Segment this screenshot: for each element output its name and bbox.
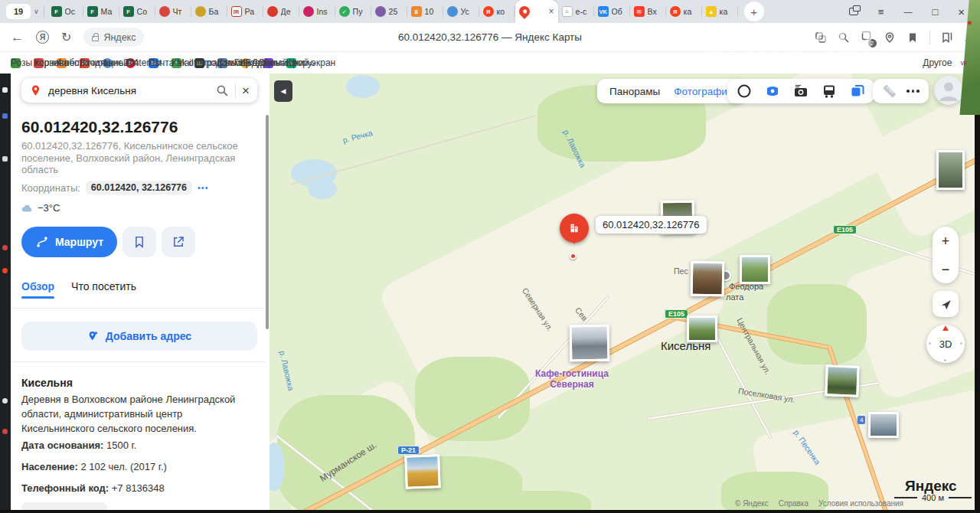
browser-tab[interactable]: Чт × — [155, 0, 191, 23]
transport-bus-icon[interactable] — [822, 83, 837, 99]
photo-thumbnail[interactable] — [691, 261, 725, 297]
zoom-in-button[interactable]: + — [942, 234, 950, 248]
photo-thumbnail[interactable] — [687, 315, 717, 342]
reload-button[interactable]: ↻ — [61, 30, 71, 44]
tab-overview[interactable]: Обзор — [21, 280, 54, 299]
browser-tab[interactable]: F Ма × — [83, 0, 119, 23]
bookmark-item[interactable]: ✉ Входящие274 — [80, 58, 90, 68]
attribution-link[interactable]: Справка — [779, 499, 808, 508]
collapse-sidebar-button[interactable]: ◀ — [274, 80, 292, 102]
browser-tab[interactable]: ≡ е-с × — [558, 0, 594, 23]
browser-tab[interactable]: 25 × — [371, 0, 407, 23]
browser-tab[interactable]: Ус × — [443, 0, 479, 23]
bookmark-flag-icon[interactable] — [906, 31, 919, 44]
locate-me-button[interactable] — [933, 291, 959, 317]
browser-tab[interactable]: × — [515, 0, 558, 23]
bookmark-item[interactable]: P Pinterest — [126, 58, 136, 68]
find-on-page-icon[interactable] — [838, 31, 850, 44]
dock-icon[interactable] — [2, 268, 8, 273]
scrollbar-thumb[interactable] — [266, 115, 269, 329]
bookmark-item[interactable]: Домашний экран — [263, 58, 273, 68]
photo-thumbnail[interactable] — [825, 364, 859, 397]
attribution-link[interactable]: © Яндекс — [735, 499, 769, 508]
browser-tab[interactable]: Ба × — [191, 0, 227, 23]
collections-icon[interactable] — [941, 31, 953, 44]
browser-menu-icon[interactable]: ≡ — [878, 6, 884, 18]
browser-tab[interactable]: Я ко × — [479, 0, 515, 23]
map-canvas[interactable]: р. Речкар. Лавожкар. Лавожкар. ПесенкаСе… — [270, 74, 980, 513]
browser-tab[interactable]: VK Об × — [594, 0, 630, 23]
coordinates-more-button[interactable]: ••• — [198, 183, 209, 192]
browser-tab[interactable]: F Со × — [119, 0, 155, 23]
photo-thumbnail[interactable] — [868, 412, 899, 438]
bookmark-item[interactable]: 8 4 непрочитанных — [57, 58, 67, 68]
browser-tab[interactable]: F Ос × — [47, 0, 83, 23]
add-address-button[interactable]: Добавить адрес — [21, 322, 257, 351]
panoramas-mode-button[interactable]: Панорамы — [609, 86, 660, 97]
photo-thumbnail[interactable] — [740, 255, 770, 284]
bookmark-item[interactable]: ✿ Цветочный фору — [240, 58, 250, 68]
share-button[interactable] — [162, 227, 195, 257]
map-pin-balloon[interactable] — [560, 214, 589, 243]
user-avatar[interactable] — [934, 76, 963, 105]
browser-tab[interactable]: ✉ Вх × — [630, 0, 666, 23]
photos-camera-icon[interactable] — [793, 83, 808, 99]
bookmark-item[interactable]: Корзина — [34, 58, 44, 68]
window-close-button[interactable]: × — [958, 5, 965, 18]
browser-tab[interactable]: Ins × — [299, 0, 335, 23]
browser-tab[interactable]: ✓ Пу × — [335, 0, 371, 23]
dock-icon[interactable] — [2, 156, 8, 162]
photo-thumbnail[interactable] — [570, 325, 610, 362]
bookmark-item[interactable]: ⌂ Как отгородиться — [172, 58, 181, 68]
browser-tab[interactable]: ▲ ка × — [702, 0, 738, 23]
search-icon[interactable] — [216, 84, 229, 97]
tab-what-to-visit[interactable]: Что посетить — [71, 280, 136, 299]
photo-thumbnail[interactable] — [404, 454, 441, 489]
photo-thumbnail[interactable] — [936, 150, 965, 190]
dock-icon[interactable] — [2, 398, 8, 404]
map-type-circle-icon[interactable] — [737, 83, 752, 99]
yandex-home-icon[interactable]: Я — [36, 31, 49, 44]
extensions-icon[interactable]: 2 — [861, 30, 873, 45]
browser-tab[interactable]: 8 10 × — [407, 0, 443, 23]
search-input[interactable] — [48, 85, 210, 96]
bookmarks-other-button[interactable]: Другое ∨ — [923, 57, 969, 68]
dock-icon[interactable] — [2, 87, 8, 93]
bookmark-item[interactable]: Розы корнесобст — [11, 58, 21, 68]
bookmark-item[interactable]: Ш Штрафы ГИБДД — [194, 58, 204, 68]
photos-mode-button[interactable]: Фотографии — [674, 86, 733, 97]
dock-icon[interactable] — [2, 113, 8, 119]
save-bookmark-button[interactable] — [122, 227, 156, 257]
search-clear-icon[interactable]: × — [242, 84, 250, 97]
tab-close-icon[interactable]: × — [549, 6, 554, 17]
new-tab-button[interactable]: + — [744, 2, 764, 21]
zoom-out-button[interactable]: − — [942, 263, 950, 276]
ruler-icon[interactable] — [882, 83, 897, 99]
bookmark-item[interactable]: ✉ Почта Mail.ru — [149, 58, 158, 68]
weather-widget[interactable]: −3°C — [21, 202, 257, 214]
coordinates-value[interactable]: 60.012420, 32.126776 — [86, 181, 192, 194]
window-minimize-button[interactable]: — — [903, 7, 912, 16]
browser-tab[interactable]: Де × — [263, 0, 299, 23]
attribution-link[interactable]: Условия использования — [818, 499, 903, 508]
route-button[interactable]: Маршрут — [21, 227, 117, 257]
window-maximize-button[interactable]: □ — [932, 6, 938, 18]
browser-tab[interactable]: IR Ра × — [227, 0, 263, 23]
back-button[interactable]: ← — [11, 30, 24, 45]
panoramas-icon[interactable] — [765, 83, 780, 99]
more-options-icon[interactable] — [906, 90, 920, 93]
map-search-bar[interactable]: × — [21, 78, 257, 103]
browser-tab[interactable]: Я ка × — [666, 0, 702, 23]
tab-counter-chevron-icon[interactable]: ∨ — [34, 8, 39, 15]
site-identity-chip[interactable]: Яндекс — [83, 28, 144, 47]
tab-groups-icon[interactable] — [849, 8, 858, 15]
yandex-logo[interactable]: Яндекс — [905, 478, 957, 495]
dock-icon[interactable] — [2, 429, 8, 434]
bookmark-item[interactable]: M Ке — [286, 58, 296, 68]
dock-icon[interactable] — [2, 245, 8, 250]
share-page-icon[interactable] — [815, 31, 827, 44]
layers-copy-icon[interactable] — [850, 83, 865, 99]
bookmark-item[interactable]: VK Комментарии — [217, 58, 227, 68]
compass-3d-button[interactable]: 3D — [926, 325, 965, 363]
location-pin-icon[interactable] — [884, 31, 896, 44]
